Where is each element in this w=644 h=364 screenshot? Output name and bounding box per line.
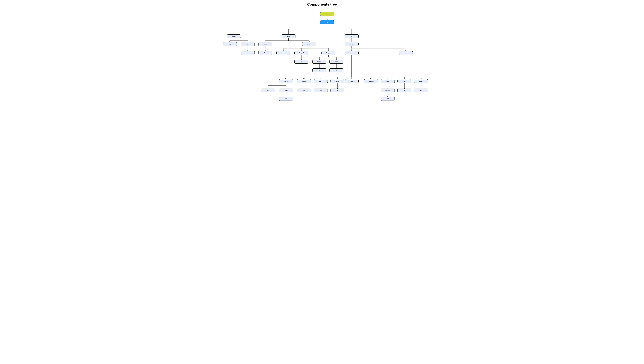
- node-winner-text: Text: [258, 51, 272, 55]
- node-ic-avatar: Avatar: [345, 79, 358, 83]
- node-ih-iconbutton: IconButton: [364, 79, 378, 83]
- node-winner: Winner: [282, 35, 296, 38]
- node-bl-cap-text: Text: [312, 69, 326, 72]
- node-ic-bl-cap-text: Text: [279, 97, 293, 101]
- node-ih-date: Date: [381, 79, 395, 83]
- node-ih-t-text: Text: [398, 89, 412, 92]
- node-ic-bm-text: Text: [297, 89, 311, 92]
- node-ic-title2: Title 2: [314, 79, 328, 83]
- node-ih-badge-s: Badge S: [381, 89, 395, 92]
- node-ih-caption: Caption: [414, 79, 428, 83]
- node-bl-subtitle: Subtitle: [330, 60, 344, 64]
- node-badge-m: Badge M: [294, 51, 308, 55]
- node-avatar: Avatar: [276, 51, 290, 55]
- node-winner-header: Header: [258, 42, 272, 46]
- node-ih-c-text: Text: [414, 89, 428, 92]
- diagram-canvas: Components tree: [218, 0, 426, 103]
- node-badge-m-text: Text: [294, 60, 308, 64]
- node-list-item: List Item: [345, 42, 358, 46]
- node-item-header: Item Header: [399, 51, 413, 55]
- node-logo: Logo: [223, 42, 237, 46]
- node-bl-sub-text: Text: [330, 69, 344, 72]
- node-item-content: Item content: [345, 51, 358, 55]
- node-ic-badge-l: Badge L: [279, 79, 293, 83]
- node-ih-bs-text: Text: [381, 97, 395, 101]
- node-header: Header: [227, 35, 241, 38]
- node-ic-caption: Caption: [330, 79, 344, 83]
- node-ic-bl-caption: Caption: [279, 89, 293, 92]
- diagram-title: Components tree: [218, 2, 426, 7]
- node-ic-t2-text: Text: [314, 89, 328, 92]
- node-page: Page: [320, 20, 334, 24]
- node-menu-item: Menu Item: [241, 51, 255, 55]
- node-ic-bl-text: Text: [261, 89, 275, 92]
- node-ic-badge-m: Badge M: [297, 79, 311, 83]
- node-list: List: [345, 35, 358, 38]
- node-app: App: [320, 12, 334, 16]
- node-menu: Menu: [241, 42, 255, 46]
- node-content: Content: [302, 42, 316, 46]
- node-ic-cap-text: Text: [330, 89, 344, 92]
- node-bl-caption: Caption: [312, 60, 326, 64]
- node-ih-title: Title: [398, 79, 412, 83]
- node-badge-l: Badge L: [322, 51, 336, 55]
